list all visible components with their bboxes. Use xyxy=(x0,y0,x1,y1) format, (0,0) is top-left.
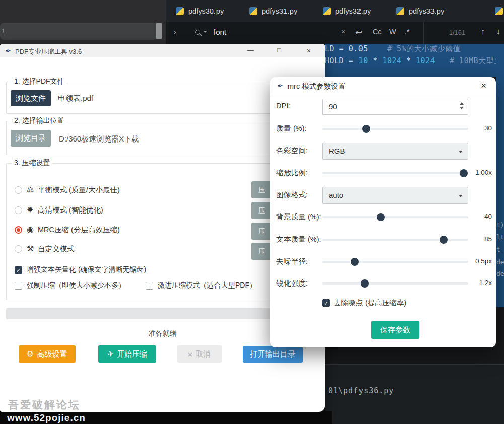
tab-pdfys33[interactable]: pdfys33.py xyxy=(389,0,463,22)
scale-slider[interactable] xyxy=(322,172,468,174)
checkbox-text-vectorize[interactable] xyxy=(15,266,22,274)
checkbox-label[interactable]: 增强文本矢量化 (确保文字清晰无锯齿) xyxy=(27,265,146,274)
mode-label[interactable]: 高清模式 (智能优化) xyxy=(38,205,103,215)
code-fragment: t) xyxy=(496,221,504,229)
browse-folder-button[interactable]: 浏览目录 xyxy=(11,130,51,147)
python-icon xyxy=(249,7,257,15)
advanced-settings-button[interactable]: ⚙ 高级设置 xyxy=(19,345,76,363)
spinner-arrows-icon[interactable] xyxy=(460,102,464,109)
bg-quality-slider-handle[interactable] xyxy=(377,213,385,221)
output-path: D:/360极速浏览器X下载 xyxy=(59,134,139,144)
checkbox-remove-noise[interactable] xyxy=(322,299,330,307)
close-icon[interactable]: × xyxy=(481,80,486,91)
tab-pdfys30[interactable]: pdfys30.py xyxy=(169,0,242,22)
scale-slider-handle[interactable] xyxy=(460,169,468,177)
bg-quality-slider[interactable] xyxy=(322,216,468,218)
search-input[interactable]: font xyxy=(213,28,226,36)
section-select-pdf: 1. 选择PDF文件 浏览文件 申领表.pdf xyxy=(6,82,315,114)
chevron-down-icon xyxy=(459,195,463,197)
tab-label: pdfys32.py xyxy=(335,7,371,15)
button-label: 开始压缩 xyxy=(117,349,147,359)
browse-file-button[interactable]: 浏览文件 xyxy=(11,90,51,106)
whole-word-toggle[interactable]: W xyxy=(389,28,396,36)
open-output-button[interactable]: 打开输出目录 xyxy=(243,346,303,363)
regex-toggle[interactable]: .* xyxy=(404,28,410,36)
next-match-icon[interactable]: ↓ xyxy=(496,27,500,36)
match-case-toggle[interactable]: Cc xyxy=(373,28,382,36)
section-legend: 2. 选择输出位置 xyxy=(12,116,67,125)
window-title-bar[interactable]: ✒ PDF专业压缩工具 v3.6 — □ × xyxy=(0,44,325,57)
bg-quality-label: 背景质量 (%): xyxy=(276,212,323,222)
colorspace-value: RGB xyxy=(329,147,345,155)
mrc-settings-dialog: ✒ mrc 模式参数设置 × DPI: 90 质量 (%): 30 色彩空间: … xyxy=(270,77,496,347)
radio-mrc-mode[interactable] xyxy=(15,226,22,234)
code-text: LD = 0.05 xyxy=(325,44,368,53)
mode-label[interactable]: 自定义模式 xyxy=(38,244,75,254)
button-label: 高级设置 xyxy=(37,349,67,359)
sharpen-slider-handle[interactable] xyxy=(361,279,369,288)
colorspace-label: 色彩空间: xyxy=(276,146,323,156)
checkbox-label[interactable]: 去除噪点 (提高压缩率) xyxy=(334,298,406,308)
mode-label[interactable]: 平衡模式 (质量/大小最佳) xyxy=(38,185,120,195)
code-editor-selection: LD = 0.05 # 5%的大小减少阈值 HOLD = 10 * 1024 *… xyxy=(325,44,504,77)
terminal-panel: 01\pdfys36.py xyxy=(325,364,504,424)
start-compress-button[interactable]: ✈ 开始压缩 xyxy=(98,345,156,363)
dialog-title-bar[interactable]: ✒ mrc 模式参数设置 × xyxy=(270,77,496,95)
quality-slider[interactable] xyxy=(322,128,468,130)
checkbox-aggressive-mode[interactable] xyxy=(146,282,153,290)
selected-filename: 申领表.pdf xyxy=(58,94,93,103)
sharpen-value: 1.2x xyxy=(468,279,492,287)
format-dropdown[interactable]: auto xyxy=(322,187,468,204)
clear-search-icon[interactable]: × xyxy=(341,28,345,36)
previous-match-icon[interactable]: ↑ xyxy=(481,27,485,36)
close-button[interactable]: × xyxy=(302,46,316,55)
python-icon[interactable] xyxy=(495,7,503,15)
colorspace-dropdown[interactable]: RGB xyxy=(322,143,468,160)
background-input-bar[interactable]: 1 xyxy=(0,23,157,40)
watermark-text: 吾爱破解论坛 xyxy=(8,398,81,412)
radio-custom-mode[interactable] xyxy=(15,245,22,253)
code-fragment: lt xyxy=(496,233,504,241)
scrollbar-thumb[interactable] xyxy=(156,23,162,39)
mode-label[interactable]: MRC压缩 (分层高效压缩) xyxy=(38,225,120,235)
dpi-spinbox[interactable]: 90 xyxy=(322,99,468,115)
editor-tab-bar: pdfys30.py pdfys31.py pdfys32.py pdfys33… xyxy=(166,0,504,22)
checkbox-label[interactable]: 强制压缩（即使大小减少不多） xyxy=(27,281,125,290)
checkbox-force-compress[interactable] xyxy=(15,282,22,290)
gear-icon: ⚙ xyxy=(27,349,33,359)
radio-hd-mode[interactable] xyxy=(15,206,22,214)
code-number: 1024 xyxy=(416,56,435,65)
radio-balanced-mode[interactable] xyxy=(15,186,22,194)
quality-slider-handle[interactable] xyxy=(362,125,370,133)
code-text: * xyxy=(406,56,411,65)
code-text: HOLD xyxy=(325,56,344,65)
watermark-url: www.52pojie.cn xyxy=(7,412,86,423)
code-text: * xyxy=(373,56,378,65)
rocket-icon: ✈ xyxy=(107,349,114,359)
tab-pdfys31[interactable]: pdfys31.py xyxy=(242,0,316,22)
text-quality-slider-handle[interactable] xyxy=(440,236,448,244)
app-feather-icon: ✒ xyxy=(5,47,11,55)
tab-pdfys32[interactable]: pdfys32.py xyxy=(316,0,389,22)
minimize-button[interactable]: — xyxy=(243,46,257,54)
section-legend: 3. 压缩设置 xyxy=(12,159,53,168)
maximize-button[interactable]: □ xyxy=(272,46,286,54)
denoise-radius-value: 0.5px xyxy=(468,257,492,265)
code-line: HOLD = 10 * 1024 * 1024 # 10MB大型文件 xyxy=(325,56,504,66)
sharpen-slider[interactable] xyxy=(322,282,468,285)
tab-label: pdfys33.py xyxy=(409,7,444,15)
x-icon: × xyxy=(188,350,192,359)
section-output-location: 2. 选择输出位置 浏览目录 D:/360极速浏览器X下载 xyxy=(6,121,315,155)
denoise-radius-slider[interactable] xyxy=(322,261,468,263)
expand-chevron-icon[interactable]: › xyxy=(173,27,176,37)
quality-label: 质量 (%): xyxy=(276,124,323,133)
sun-icon: ✸ xyxy=(27,205,33,215)
screen: 1 pdfys30.py pdfys31.py pdfys32.py pdfys… xyxy=(0,0,504,424)
wrench-icon: ⚒ xyxy=(27,244,34,253)
checkbox-label[interactable]: 激进压缩模式（适合大型PDF） xyxy=(158,281,256,290)
save-params-button[interactable]: 保存参数 xyxy=(371,321,419,339)
wrap-search-icon[interactable]: ↩ xyxy=(355,28,362,37)
denoise-radius-slider-handle[interactable] xyxy=(351,258,359,266)
search-dropdown-caret-icon[interactable] xyxy=(203,31,207,33)
text-quality-value: 85 xyxy=(468,235,492,243)
